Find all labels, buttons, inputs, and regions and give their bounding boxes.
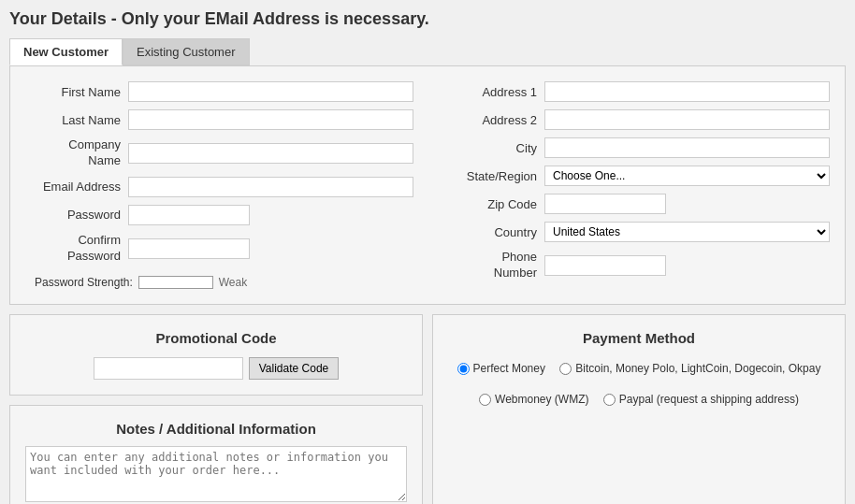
payment-options: Perfect Money Bitcoin, Money Polo, Light… [448,357,830,413]
first-name-input[interactable] [128,81,413,102]
address1-label: Address 1 [442,85,544,99]
promo-title: Promotional Code [25,330,407,346]
webmoney-label: Webmoney (WMZ) [495,390,588,410]
promo-section: Promotional Code Validate Code [9,314,423,396]
state-region-label: State/Region [442,169,544,183]
bitcoin-label: Bitcoin, Money Polo, LightCoin, Dogecoin… [575,359,820,380]
left-form-col: First Name Last Name CompanyName Email A… [25,81,413,289]
city-input[interactable] [544,137,830,158]
bottom-sections: Promotional Code Validate Code Notes / A… [9,314,846,504]
notes-title: Notes / Additional Information [25,421,407,437]
validate-code-button[interactable]: Validate Code [249,357,340,380]
perfect-money-option[interactable]: Perfect Money [457,359,545,380]
country-label: Country [442,225,544,239]
address2-label: Address 2 [442,113,544,127]
payment-title: Payment Method [448,330,830,346]
bitcoin-radio[interactable] [559,363,572,375]
email-input[interactable] [128,177,413,197]
state-region-row: State/Region Choose One... [442,166,830,186]
state-region-select[interactable]: Choose One... [544,166,830,186]
zip-code-input[interactable] [544,194,666,214]
paypal-option[interactable]: Paypal (request a shipping address) [603,390,799,410]
phone-input[interactable] [544,255,666,276]
page-title: Your Details - Only your EMail Address i… [9,9,846,29]
tab-existing-customer[interactable]: Existing Customer [123,38,249,65]
email-label: Email Address [25,180,128,194]
password-row: Password [25,205,413,225]
bitcoin-option[interactable]: Bitcoin, Money Polo, LightCoin, Dogecoin… [559,359,820,380]
strength-bar [138,276,213,289]
company-name-label: CompanyName [25,137,128,169]
address2-input[interactable] [544,109,830,130]
left-bottom: Promotional Code Validate Code Notes / A… [9,314,423,504]
password-input[interactable] [128,205,250,225]
city-label: City [442,141,544,155]
phone-row: PhoneNumber [442,250,830,281]
zip-code-label: Zip Code [442,197,544,211]
tabs-container: New Customer Existing Customer [9,38,846,65]
customer-details-section: First Name Last Name CompanyName Email A… [9,65,846,305]
perfect-money-radio[interactable] [457,363,470,375]
tab-new-customer[interactable]: New Customer [9,38,123,65]
confirm-password-row: ConfirmPassword [25,233,413,265]
password-label: Password [25,208,128,222]
company-name-input[interactable] [128,143,413,164]
country-select[interactable]: United States [544,222,830,242]
address1-input[interactable] [544,81,830,102]
notes-textarea[interactable] [25,446,407,502]
address2-row: Address 2 [442,109,830,130]
paypal-label: Paypal (request a shipping address) [619,390,799,410]
first-name-label: First Name [25,85,128,99]
address1-row: Address 1 [442,81,830,102]
payment-option-row1: Perfect Money Bitcoin, Money Polo, Light… [448,357,830,382]
payment-section: Payment Method Perfect Money Bitcoin, Mo… [432,314,846,504]
last-name-row: Last Name [25,109,413,130]
last-name-input[interactable] [128,109,413,130]
zip-code-row: Zip Code [442,194,830,214]
last-name-label: Last Name [25,113,128,127]
strength-label: Password Strength: [35,276,133,289]
notes-section: Notes / Additional Information [9,405,423,504]
city-row: City [442,137,830,158]
company-name-row: CompanyName [25,137,413,169]
webmoney-radio[interactable] [479,394,491,406]
form-grid: First Name Last Name CompanyName Email A… [25,81,830,289]
perfect-money-label: Perfect Money [473,359,545,380]
first-name-row: First Name [25,81,413,102]
confirm-password-input[interactable] [128,238,250,259]
webmoney-option[interactable]: Webmoney (WMZ) [479,390,588,410]
email-row: Email Address [25,177,413,197]
promo-row: Validate Code [25,357,407,380]
payment-option-row2: Webmoney (WMZ) Paypal (request a shippin… [448,388,830,413]
strength-text: Weak [219,276,247,289]
right-form-col: Address 1 Address 2 City State/Region Ch… [442,81,830,289]
paypal-radio[interactable] [603,394,616,406]
promo-input[interactable] [94,357,243,380]
phone-label: PhoneNumber [442,250,544,281]
confirm-password-label: ConfirmPassword [25,233,128,265]
password-strength-row: Password Strength: Weak [25,276,413,289]
country-row: Country United States [442,222,830,242]
